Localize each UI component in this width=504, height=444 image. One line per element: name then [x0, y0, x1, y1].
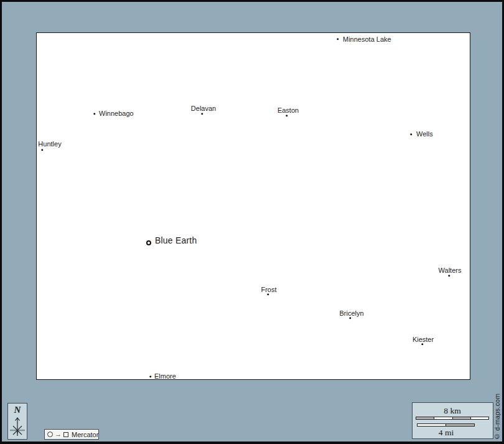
town-dot-marker	[349, 317, 351, 319]
scale-bar-segment	[416, 417, 434, 419]
town-label: Walters	[439, 267, 462, 274]
scale-bar-segment	[446, 424, 474, 426]
copyright-credit: © d-maps.com	[493, 394, 501, 440]
town-label: Elmore	[154, 372, 176, 380]
projection-name: Mercator	[72, 431, 98, 438]
scale-bar-segment	[418, 424, 446, 426]
plane-icon	[63, 432, 68, 437]
compass-arrow-icon	[8, 415, 27, 438]
town-label: Delavan	[191, 105, 216, 112]
town-label: Easton	[278, 106, 299, 114]
towns-layer: Minnesota LakeWinnebagoDelavanEastonWell…	[2, 2, 502, 442]
compass-north-label: N	[8, 405, 27, 415]
projection-legend: → Mercator	[44, 429, 99, 440]
town-label: Blue Earth	[155, 236, 197, 245]
scale-bar-segment	[453, 417, 471, 419]
town-dot-marker	[410, 133, 412, 135]
town-label: Winnebago	[99, 110, 134, 117]
town-dot-marker	[149, 376, 151, 377]
town-dot-marker	[286, 115, 287, 116]
town-dot-marker	[201, 113, 203, 115]
town-label: Bricelyn	[339, 309, 363, 317]
town-dot-marker	[448, 275, 450, 276]
scale-legend: 8 km 4 mi	[412, 402, 493, 439]
scale-bar-km	[416, 417, 489, 420]
town-label: Kiester	[413, 336, 434, 343]
scale-bar-segment	[471, 417, 488, 419]
scale-km-label: 8 km	[444, 407, 460, 415]
scale-bar-mi	[417, 423, 475, 427]
map-mat-border: Minnesota LakeWinnebagoDelavanEastonWell…	[2, 2, 502, 442]
town-label: Frost	[261, 286, 276, 293]
compass-rose: N	[7, 403, 27, 440]
sphere-icon	[47, 432, 53, 437]
town-dot-marker	[93, 113, 95, 115]
town-dot-marker	[267, 293, 269, 295]
city-ring-marker	[146, 240, 151, 245]
scale-mi-label: 4 mi	[439, 428, 454, 437]
scale-bar-segment	[434, 417, 452, 419]
arrow-right-icon: →	[55, 431, 62, 438]
town-label: Wells	[416, 130, 433, 138]
town-dot-marker	[41, 149, 43, 151]
town-dot-marker	[337, 38, 338, 40]
town-dot-marker	[421, 343, 423, 345]
town-label: Huntley	[38, 140, 61, 148]
map-figure: Minnesota LakeWinnebagoDelavanEastonWell…	[0, 0, 504, 444]
town-label: Minnesota Lake	[343, 35, 391, 43]
